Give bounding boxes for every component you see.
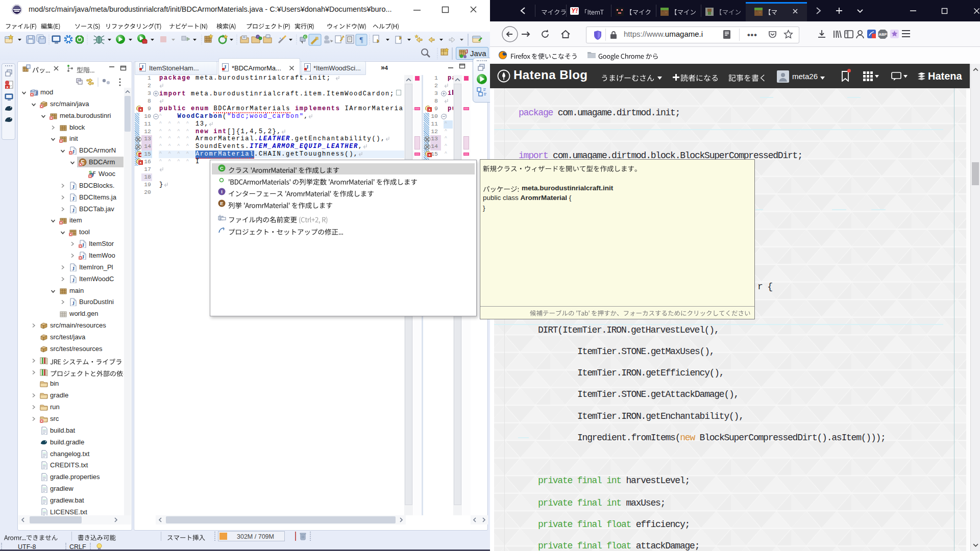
svg-text:ABP: ABP [879, 32, 887, 37]
svg-text:J: J [35, 90, 38, 96]
svg-text:J: J [72, 207, 75, 213]
svg-text:I: I [221, 189, 223, 194]
svg-text:J: J [72, 265, 75, 271]
svg-text:E: E [220, 201, 223, 206]
svg-text:x: x [6, 85, 9, 89]
svg-text:J: J [72, 300, 75, 306]
svg-text:S: S [89, 170, 92, 175]
svg-text:J: J [465, 48, 468, 55]
svg-text:F: F [93, 170, 96, 176]
svg-text:¶: ¶ [360, 36, 363, 44]
svg-text:C: C [304, 35, 306, 39]
svg-text:J: J [72, 277, 75, 283]
svg-text:J: J [72, 183, 75, 189]
svg-text:C: C [220, 165, 224, 171]
svg-text:J: J [72, 195, 75, 201]
